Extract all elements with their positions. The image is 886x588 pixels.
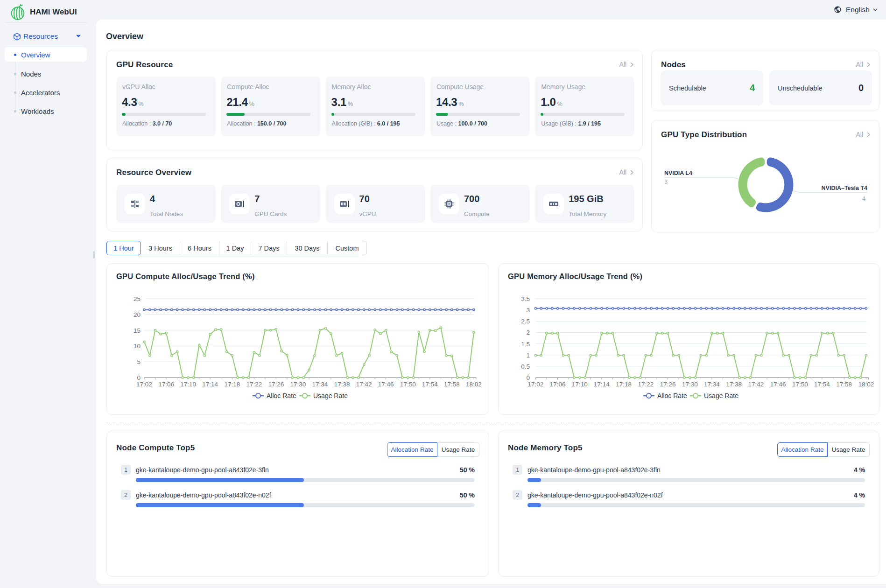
svg-text:17:46: 17:46 bbox=[378, 381, 394, 388]
svg-text:17:26: 17:26 bbox=[268, 381, 284, 388]
svg-text:17:02: 17:02 bbox=[136, 381, 152, 388]
svg-text:17:18: 17:18 bbox=[616, 381, 632, 388]
svg-text:Alloc Rate: Alloc Rate bbox=[267, 392, 296, 399]
svg-text:2: 2 bbox=[526, 329, 530, 336]
svg-text:0: 0 bbox=[137, 374, 141, 381]
svg-text:15: 15 bbox=[134, 327, 141, 334]
svg-text:17:38: 17:38 bbox=[334, 381, 350, 388]
svg-text:17:18: 17:18 bbox=[224, 381, 240, 388]
svg-text:4: 4 bbox=[862, 195, 865, 202]
svg-text:3.5: 3.5 bbox=[521, 295, 530, 302]
svg-text:17:10: 17:10 bbox=[180, 381, 196, 388]
svg-text:17:34: 17:34 bbox=[312, 381, 328, 388]
svg-text:25: 25 bbox=[134, 295, 141, 302]
svg-text:17:54: 17:54 bbox=[422, 381, 438, 388]
svg-text:17:58: 17:58 bbox=[444, 381, 460, 388]
svg-text:17:02: 17:02 bbox=[528, 381, 544, 388]
svg-text:17:14: 17:14 bbox=[594, 381, 610, 388]
svg-text:1: 1 bbox=[526, 352, 530, 359]
svg-text:17:22: 17:22 bbox=[638, 381, 654, 388]
svg-text:Alloc Rate: Alloc Rate bbox=[657, 392, 687, 399]
svg-text:17:10: 17:10 bbox=[572, 381, 588, 388]
svg-text:17:06: 17:06 bbox=[550, 381, 566, 388]
svg-text:1.5: 1.5 bbox=[521, 341, 530, 348]
svg-text:17:14: 17:14 bbox=[202, 381, 218, 388]
svg-text:17:58: 17:58 bbox=[836, 381, 852, 388]
svg-text:17:50: 17:50 bbox=[792, 381, 808, 388]
svg-text:Usage Rate: Usage Rate bbox=[313, 392, 348, 399]
svg-text:NVIDIA–Tesla T4: NVIDIA–Tesla T4 bbox=[822, 185, 867, 191]
svg-text:17:06: 17:06 bbox=[158, 381, 174, 388]
svg-text:5: 5 bbox=[137, 358, 141, 365]
svg-text:17:42: 17:42 bbox=[748, 381, 764, 388]
svg-text:17:22: 17:22 bbox=[246, 381, 262, 388]
svg-text:2.5: 2.5 bbox=[521, 318, 530, 325]
svg-text:3: 3 bbox=[664, 178, 668, 185]
svg-text:0: 0 bbox=[526, 374, 530, 381]
svg-text:20: 20 bbox=[134, 311, 141, 318]
svg-text:17:34: 17:34 bbox=[704, 381, 720, 388]
svg-text:17:54: 17:54 bbox=[814, 381, 830, 388]
svg-text:10: 10 bbox=[134, 343, 141, 350]
svg-text:Usage Rate: Usage Rate bbox=[704, 392, 738, 399]
svg-text:17:30: 17:30 bbox=[290, 381, 306, 388]
svg-text:18:02: 18:02 bbox=[466, 381, 482, 388]
svg-text:18:02: 18:02 bbox=[858, 381, 874, 388]
svg-text:17:26: 17:26 bbox=[660, 381, 676, 388]
svg-text:17:38: 17:38 bbox=[726, 381, 742, 388]
svg-text:17:46: 17:46 bbox=[770, 381, 786, 388]
svg-text:17:42: 17:42 bbox=[356, 381, 372, 388]
svg-text:3: 3 bbox=[526, 307, 530, 314]
svg-text:17:50: 17:50 bbox=[400, 381, 416, 388]
svg-text:17:30: 17:30 bbox=[682, 381, 698, 388]
svg-text:0.5: 0.5 bbox=[521, 363, 530, 370]
svg-text:NVIDIA L4: NVIDIA L4 bbox=[664, 170, 692, 176]
